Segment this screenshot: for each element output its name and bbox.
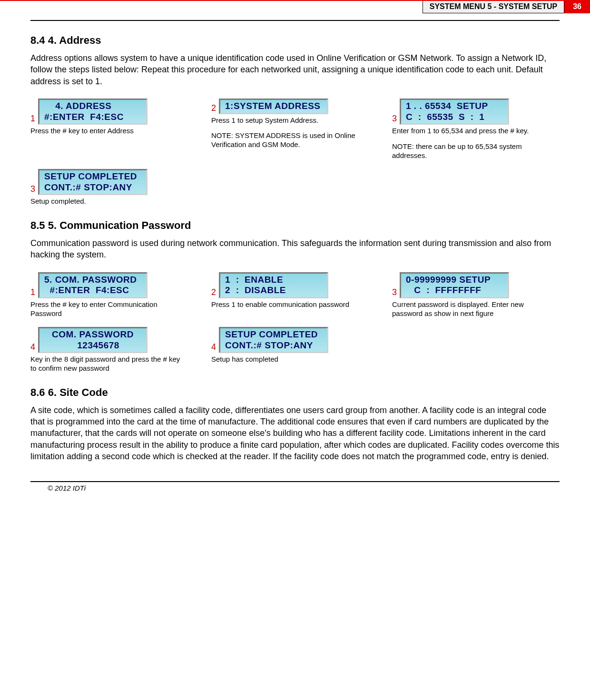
step-note: NOTE: there can be up to 65,534 system a… [392, 142, 544, 160]
step-caption: Enter from 1 to 65,534 and press the # k… [392, 127, 544, 136]
step-note: NOTE: SYSTEM ADDRESS is used in Online V… [211, 131, 364, 149]
lcd-screen: COM. PASSWORD 12345678 [38, 327, 148, 354]
row-8-4-a: 1 4. ADDRESS #:ENTER F4:ESC Press the # … [30, 99, 560, 160]
heading-8-6: 8.6 6. Site Code [30, 386, 560, 399]
step-number: 3 [392, 288, 397, 298]
step-number: 4 [30, 343, 35, 353]
step-caption: Setup completed. [30, 197, 183, 206]
heading-8-4: 8.4 4. Address [30, 34, 560, 47]
lcd-screen: 1 : ENABLE 2 : DISABLE [219, 272, 328, 299]
row-8-5-b: 4 COM. PASSWORD 12345678 Key in the 8 di… [30, 327, 560, 373]
step-number: 2 [211, 288, 216, 298]
step-number: 3 [392, 114, 397, 125]
section-label: SYSTEM MENU 5 - SYSTEM SETUP [423, 1, 564, 13]
header-spacer [0, 1, 423, 13]
step-8-4-1: 1 4. ADDRESS #:ENTER F4:ESC Press the # … [30, 99, 183, 136]
intro-8-6: A site code, which is sometimes called a… [30, 404, 560, 462]
step-caption: Press 1 to setup System Address. [211, 116, 364, 125]
step-number: 2 [211, 104, 216, 114]
row-8-5-a: 1 5. COM. PASSWORD #:ENTER F4:ESC Press … [30, 272, 560, 318]
lcd-screen: 0-99999999 SETUP C : FFFFFFFF [400, 272, 509, 299]
step-8-5-5: 4 SETUP COMPLETED CONT.:# STOP:ANY Setup… [211, 327, 364, 364]
step-8-4-2: 2 1:SYSTEM ADDRESS Press 1 to setup Syst… [211, 99, 364, 149]
step-number: 3 [30, 185, 35, 195]
step-8-5-3: 3 0-99999999 SETUP C : FFFFFFFF Current … [392, 272, 544, 318]
step-caption: Setup has completed [211, 355, 364, 364]
footer-rule [30, 481, 560, 482]
header-rule [30, 20, 560, 21]
lcd-screen: 5. COM. PASSWORD #:ENTER F4:ESC [38, 272, 148, 299]
step-8-5-1: 1 5. COM. PASSWORD #:ENTER F4:ESC Press … [30, 272, 183, 318]
lcd-screen: 4. ADDRESS #:ENTER F4:ESC [38, 99, 148, 125]
lcd-screen: 1:SYSTEM ADDRESS [219, 99, 328, 114]
step-number: 1 [30, 114, 35, 125]
step-8-5-4: 4 COM. PASSWORD 12345678 Key in the 8 di… [30, 327, 183, 373]
page-number: 36 [564, 1, 590, 13]
step-caption: Press 1 to enable communication password [211, 300, 364, 309]
row-8-4-b: 3 SETUP COMPLETED CONT.:# STOP:ANY Setup… [30, 169, 560, 206]
intro-8-4: Address options allows system to have a … [30, 52, 560, 87]
lcd-screen: SETUP COMPLETED CONT.:# STOP:ANY [38, 169, 148, 196]
step-caption: Press the # key to enter Communication P… [30, 300, 183, 318]
step-number: 1 [30, 288, 35, 298]
step-number: 4 [211, 343, 216, 353]
lcd-screen: SETUP COMPLETED CONT.:# STOP:ANY [219, 327, 328, 354]
page-header: SYSTEM MENU 5 - SYSTEM SETUP 36 [0, 0, 590, 13]
heading-8-5: 8.5 5. Communication Password [30, 219, 560, 232]
step-8-4-3: 3 1 . . 65534 SETUP C : 65535 S : 1 Ente… [392, 99, 544, 160]
step-caption: Key in the 8 digit password and press th… [30, 355, 183, 373]
step-caption: Press the # key to enter Address [30, 127, 183, 136]
lcd-screen: 1 . . 65534 SETUP C : 65535 S : 1 [400, 99, 509, 125]
step-8-4-4: 3 SETUP COMPLETED CONT.:# STOP:ANY Setup… [30, 169, 183, 206]
footer-copyright: © 2012 IDTi [0, 484, 590, 492]
step-8-5-2: 2 1 : ENABLE 2 : DISABLE Press 1 to enab… [211, 272, 364, 309]
step-caption: Current password is displayed. Enter new… [392, 300, 544, 318]
intro-8-5: Communication password is used during ne… [30, 237, 560, 261]
